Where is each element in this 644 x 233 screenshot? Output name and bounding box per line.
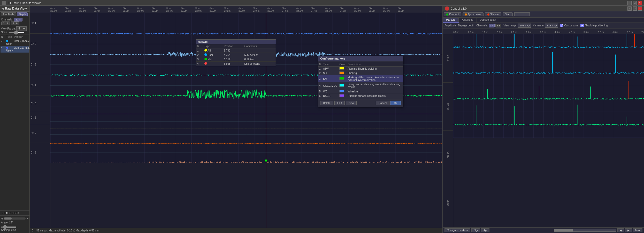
view-range-right-label: View range: bbox=[503, 24, 517, 27]
marker-n-1: 1 bbox=[196, 48, 203, 53]
km-21: 0km25,0m bbox=[354, 7, 369, 12]
connect-btn[interactable]: Connect bbox=[444, 12, 461, 16]
right-maximize-btn[interactable]: □ bbox=[633, 6, 637, 11]
tjex-control-btn[interactable]: Tjex control bbox=[463, 12, 484, 16]
right-scrollbar-thumb bbox=[554, 229, 573, 231]
agi-btn[interactable]: Agi bbox=[481, 228, 489, 232]
km-15: 0km23,8m bbox=[267, 7, 282, 12]
right-params: Amplitude Depage depth Channels: 1-4 5-8… bbox=[443, 23, 644, 28]
km-19: 0km24,6m bbox=[325, 7, 340, 12]
tab-depage-depth[interactable]: Depage depth bbox=[477, 18, 500, 23]
xy-range-select[interactable]: 518 mm100 mm200 mm bbox=[545, 24, 558, 28]
ch-5-8-right-btn[interactable]: 5-8 bbox=[495, 24, 501, 27]
view-range-select[interactable]: 5 m10 m20 m bbox=[16, 26, 27, 31]
horizontal-scrollbar[interactable] bbox=[4, 217, 26, 220]
main-toolbar: Amplitude Depth bbox=[0, 12, 29, 17]
delete-btn[interactable]: Delete bbox=[320, 101, 333, 105]
config-row-3[interactable]: 3 KM Marking of the required kilometer d… bbox=[318, 75, 403, 82]
silence-btn[interactable]: Silence bbox=[485, 12, 501, 16]
ch-5-8-btn[interactable]: 5…8 bbox=[11, 21, 19, 25]
km-2: 0km21,2m bbox=[79, 7, 94, 12]
new-btn[interactable]: New bbox=[346, 101, 357, 105]
config-n-6: 6 bbox=[318, 94, 322, 98]
config-markers-table: N Type Color Description 1 ATW Alumino-T… bbox=[318, 62, 403, 98]
marker-row-4[interactable]: 4 5,995 End of testing bbox=[196, 62, 276, 66]
tree-item-4[interactable]: 4 User+ 0km 0,23m 201 bbox=[1, 46, 29, 53]
right-close-btn[interactable]: × bbox=[638, 6, 642, 11]
minimize-button[interactable]: − bbox=[627, 1, 632, 5]
absolute-pos-check[interactable] bbox=[580, 24, 584, 27]
connect-label: Connect bbox=[449, 13, 459, 16]
left-panel: ◀ Raw Data View Amplitude Depth Channels… bbox=[0, 6, 30, 233]
swatch-4 bbox=[339, 84, 344, 87]
config-col-n: N bbox=[318, 62, 322, 67]
nav-left-btn[interactable]: ◀ bbox=[617, 228, 624, 232]
scale-label: Scale: bbox=[1, 31, 8, 34]
cancel-btn[interactable]: Cancel bbox=[376, 101, 389, 105]
scroll-right-icon[interactable]: ▶ bbox=[27, 217, 28, 220]
tab-markers[interactable]: Markers bbox=[443, 18, 459, 23]
rkm-3: 2,0 m bbox=[497, 31, 511, 33]
marker-dot-1 bbox=[204, 49, 207, 52]
ch-1-8-btn[interactable]: 1…8 bbox=[14, 18, 22, 21]
config-row-1[interactable]: 1 ATW Alumino-Thermic welding bbox=[318, 67, 403, 71]
ogi-btn[interactable]: Ogi bbox=[471, 228, 480, 232]
ch-1-4-right-btn[interactable]: 1-4 bbox=[489, 24, 495, 27]
km-1: 0km21,0m bbox=[65, 7, 79, 12]
tree-n-3: 3 bbox=[1, 40, 6, 45]
ch1-label: Ch 1 bbox=[31, 22, 49, 25]
ch3-y-label: Ch 3 bbox=[30, 54, 50, 75]
right-ch-n1-label: Ch N1 bbox=[443, 34, 453, 83]
right-n4-label: Ch N4 bbox=[447, 200, 449, 206]
start-btn[interactable]: Start bbox=[503, 12, 513, 16]
ch-1-4-btn[interactable]: 1…4 bbox=[1, 21, 10, 25]
config-type-1: ATW bbox=[322, 67, 338, 71]
right-title-controls: − □ × bbox=[627, 6, 642, 11]
config-row-6[interactable]: 6 RSCC Running surface checking cracks bbox=[318, 94, 403, 98]
ok-btn[interactable]: Ok bbox=[390, 101, 401, 105]
close-button[interactable]: × bbox=[638, 1, 642, 5]
nav-right-btn[interactable]: ▶ bbox=[625, 228, 632, 232]
scale-slider[interactable] bbox=[9, 32, 25, 33]
scroll-left-icon[interactable]: ◀ bbox=[1, 217, 3, 220]
marker-row-3[interactable]: 3 KM 6,117 8,19 km bbox=[196, 57, 276, 62]
marker-type-4 bbox=[203, 62, 223, 66]
right-minimize-btn[interactable]: − bbox=[627, 6, 632, 11]
right-chart-area: Ch N1 Ch N2 Ch N3 Ch N4 bbox=[443, 34, 644, 227]
config-row-4[interactable]: 4 GCCC/MCC Gauge corner checking cracks/… bbox=[318, 82, 403, 89]
back-icon[interactable]: ◀ bbox=[2, 7, 4, 10]
start-input[interactable] bbox=[514, 12, 530, 16]
km-23: 0km25,4m bbox=[383, 7, 398, 12]
markers-col-comments: Comments bbox=[243, 44, 276, 48]
marker-row-2[interactable]: 2 User 4,354 Max deflect bbox=[196, 53, 276, 57]
km-9: 0km22,6m bbox=[181, 7, 195, 12]
rkm-2: 1,5 m bbox=[482, 31, 497, 33]
km-11: 0km23,0m bbox=[210, 7, 224, 12]
right-chart-canvas[interactable] bbox=[453, 34, 644, 138]
angle-slider[interactable] bbox=[1, 227, 17, 228]
amplitude-btn[interactable]: Amplitude bbox=[1, 12, 16, 16]
amplitude-group: Amplitude bbox=[444, 24, 456, 27]
depth-btn[interactable]: Depth bbox=[17, 12, 28, 16]
config-row-2[interactable]: 2 SH Shelling bbox=[318, 71, 403, 75]
config-row-5[interactable]: 5 WB Wheelburn bbox=[318, 89, 403, 94]
markers-header: Markers bbox=[196, 40, 276, 44]
right-ch-n4-label: Ch N4 bbox=[443, 179, 453, 228]
config-type-5: WB bbox=[322, 89, 338, 94]
max-btn[interactable]: Max bbox=[633, 228, 642, 232]
right-scrollbar-track[interactable] bbox=[554, 229, 616, 232]
edit-btn[interactable]: Edit bbox=[334, 101, 345, 105]
marker-row-1[interactable]: 1 AS 8,792 bbox=[196, 48, 276, 53]
config-type-6: RSCC bbox=[322, 94, 338, 98]
main-container: ◀ Raw Data View Amplitude Depth Channels… bbox=[0, 6, 644, 233]
cursor-zone-check[interactable] bbox=[560, 24, 563, 27]
view-range-right-select[interactable]: 10 meters5 meters20 meters bbox=[518, 24, 531, 28]
ch7-label: Ch 7 bbox=[31, 132, 49, 135]
ch5-label: Ch 5 bbox=[31, 102, 49, 105]
swatch-1 bbox=[339, 67, 344, 70]
tree-item-3[interactable]: 3 User 0km 0,16m 555 bbox=[1, 39, 29, 46]
maximize-button[interactable]: □ bbox=[633, 1, 637, 5]
rkm-9: 5,0 m bbox=[584, 31, 598, 33]
configure-markers-btn[interactable]: Configure markers bbox=[444, 228, 470, 232]
tab-amplitude[interactable]: Amplitude bbox=[459, 18, 477, 23]
